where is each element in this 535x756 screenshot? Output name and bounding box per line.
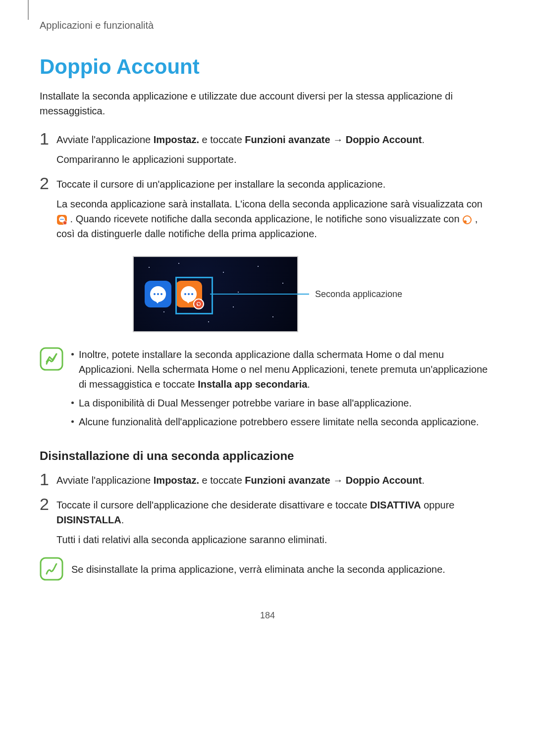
primary-app-icon xyxy=(145,281,171,307)
note-icon xyxy=(40,557,63,581)
figure: Seconda applicazione xyxy=(40,256,495,332)
step-subtext: Compariranno le applicazioni supportate. xyxy=(56,152,495,167)
step-body: Toccate il cursore di un'applicazione pe… xyxy=(56,177,495,241)
text-bold: DISINSTALLA xyxy=(56,514,121,525)
text-bold: Doppio Account xyxy=(346,475,422,486)
text: oppure xyxy=(421,500,455,510)
text: → xyxy=(330,134,346,145)
text: → xyxy=(330,475,346,486)
note-block: Inoltre, potete installare la seconda ap… xyxy=(40,347,495,433)
intro-paragraph: Installate la seconda applicazione e uti… xyxy=(40,89,495,118)
text: Toccate il cursore dell'applicazione che… xyxy=(56,500,370,510)
text-bold: DISATTIVA xyxy=(370,500,421,510)
text: . xyxy=(307,379,310,390)
svg-point-5 xyxy=(63,221,67,225)
breadcrumb: Applicazioni e funzionalità xyxy=(40,20,495,31)
step-number: 1 xyxy=(40,130,56,147)
note-bullet: La disponibilità di Dual Messenger potre… xyxy=(71,396,495,410)
text: Alcune funzionalità dell'applicazione po… xyxy=(79,414,479,429)
step-subtext: La seconda applicazione sarà installata.… xyxy=(56,197,495,241)
note-block: Se disinstallate la prima applicazione, … xyxy=(40,557,495,581)
text: Avviate l'applicazione xyxy=(56,475,154,486)
uninstall-step-2: 2 Toccate il cursore dell'applicazione c… xyxy=(40,498,495,547)
subheading: Disinstallazione di una seconda applicaz… xyxy=(40,449,495,463)
step-number: 2 xyxy=(40,175,56,192)
step-body: Avviate l'applicazione Impostaz. e tocca… xyxy=(56,473,495,488)
note-text: Se disinstallate la prima applicazione, … xyxy=(71,557,445,577)
note-bullet: Alcune funzionalità dell'applicazione po… xyxy=(71,414,495,429)
text: e toccate xyxy=(199,475,245,486)
text-bold: Installa app secondaria xyxy=(198,379,307,390)
uninstall-step-1: 1 Avviate l'applicazione Impostaz. e toc… xyxy=(40,473,495,488)
step-subtext: Tutti i dati relativi alla seconda appli… xyxy=(56,532,495,547)
text-bold: Impostaz. xyxy=(154,475,199,486)
text-bold: Doppio Account xyxy=(346,134,422,145)
dual-app-icon xyxy=(56,214,67,225)
text: Avviate l'applicazione xyxy=(56,134,154,145)
text-bold: Funzioni avanzate xyxy=(245,475,330,486)
svg-rect-11 xyxy=(41,558,62,580)
step-body: Avviate l'applicazione Impostaz. e tocca… xyxy=(56,132,495,167)
text: Toccate il cursore di un'applicazione pe… xyxy=(56,177,495,192)
callout-line xyxy=(210,294,309,295)
text: . xyxy=(422,475,425,486)
svg-point-2 xyxy=(60,219,61,220)
note-bullet: Inoltre, potete installare la seconda ap… xyxy=(71,347,495,392)
text: . xyxy=(121,514,124,525)
svg-point-7 xyxy=(464,220,467,223)
text: . Quando ricevete notifiche dalla second… xyxy=(70,213,463,224)
note-icon xyxy=(40,347,63,371)
dual-badge-icon xyxy=(462,215,472,225)
text: . xyxy=(422,134,425,145)
text: La seconda applicazione sarà installata.… xyxy=(56,199,482,209)
step-number: 1 xyxy=(40,471,56,488)
step-number: 2 xyxy=(40,496,56,512)
text: e toccate xyxy=(199,134,245,145)
callout-label: Seconda applicazione xyxy=(315,289,402,300)
step-body: Toccate il cursore dell'applicazione che… xyxy=(56,498,495,547)
text-bold: Impostaz. xyxy=(154,134,199,145)
highlight-box xyxy=(175,277,213,314)
svg-point-4 xyxy=(63,219,64,220)
page-title: Doppio Account xyxy=(40,55,495,79)
step-1: 1 Avviate l'applicazione Impostaz. e toc… xyxy=(40,132,495,167)
step-2: 2 Toccate il cursore di un'applicazione … xyxy=(40,177,495,241)
svg-point-3 xyxy=(61,219,62,220)
text: La disponibilità di Dual Messenger potre… xyxy=(79,396,412,410)
page-number: 184 xyxy=(40,610,495,621)
side-rule xyxy=(28,0,29,20)
text-bold: Funzioni avanzate xyxy=(245,134,330,145)
